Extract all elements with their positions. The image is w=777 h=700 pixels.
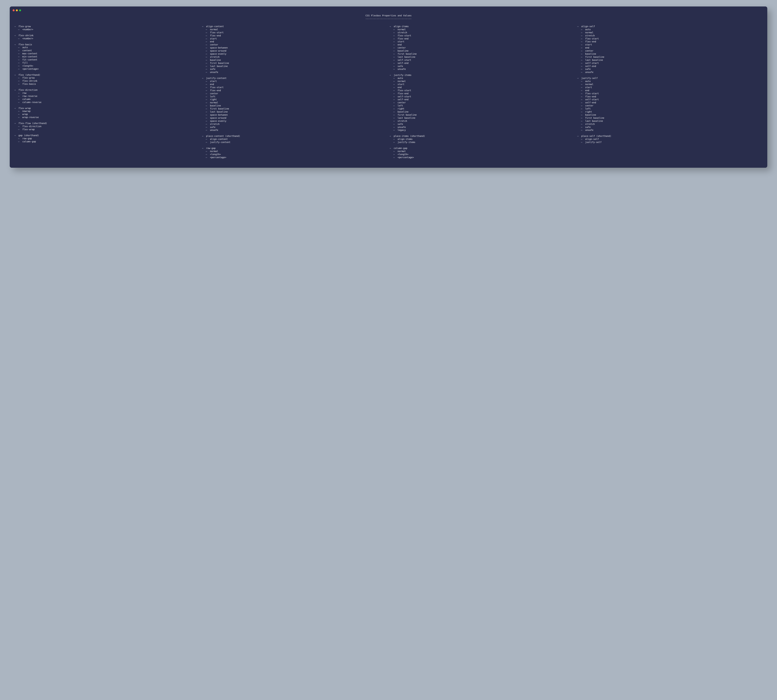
value-line: ↦baseline xyxy=(202,104,388,107)
value-name: unsafe xyxy=(585,128,593,132)
value-line: ↦center xyxy=(389,46,575,49)
value-name: <number> xyxy=(22,37,33,40)
maps-to-icon: ↦ xyxy=(581,49,585,52)
property-name: flex-shrink xyxy=(18,34,33,37)
maps-to-icon: ↦ xyxy=(206,110,210,113)
value-name: flex-grow xyxy=(22,76,35,79)
value-line: ↦unsafe xyxy=(202,128,388,132)
value-line: ↦<percentage> xyxy=(389,156,575,159)
value-line: ↦first baseline xyxy=(389,52,575,55)
maps-to-icon: ↦ xyxy=(18,113,22,116)
property-block: ⇥justify-self↦auto↦normal↦start↦end↦flex… xyxy=(577,77,763,132)
property-line: ⇥flex-basis xyxy=(14,43,200,46)
close-icon[interactable] xyxy=(13,9,15,11)
value-line: ↦<percentage> xyxy=(14,67,200,70)
property-line: ⇥gap (shorthand) xyxy=(14,134,200,137)
value-line: ↦stretch xyxy=(202,123,388,126)
value-name: stretch xyxy=(585,123,595,126)
value-line: ↦self-end xyxy=(389,98,575,101)
tab-arrow-icon: ⇥ xyxy=(14,88,18,92)
value-line: ↦normal xyxy=(202,101,388,104)
value-line: ↦safe xyxy=(577,68,763,71)
value-line: ↦<length> xyxy=(14,64,200,67)
value-line: ↦min-content xyxy=(14,55,200,58)
maps-to-icon: ↦ xyxy=(393,80,398,83)
maps-to-icon: ↦ xyxy=(206,95,210,98)
value-name: self-end xyxy=(398,98,408,101)
maps-to-icon: ↦ xyxy=(206,89,210,92)
maps-to-icon: ↦ xyxy=(206,43,210,46)
property-line: ⇥flex-direction xyxy=(14,88,200,92)
value-name: flex-start xyxy=(398,34,411,37)
value-name: normal xyxy=(585,83,593,86)
value-name: flex-direction xyxy=(22,125,42,128)
value-line: ↦end xyxy=(577,46,763,49)
maps-to-icon: ↦ xyxy=(581,43,585,46)
value-name: safe xyxy=(210,126,216,129)
property-line: ⇥align-items xyxy=(389,25,575,28)
maps-to-icon: ↦ xyxy=(393,98,398,101)
maps-to-icon: ↦ xyxy=(206,104,210,107)
maps-to-icon: ↦ xyxy=(206,80,210,83)
value-line: ↦normal xyxy=(202,150,388,153)
value-line: ↦unsafe xyxy=(202,71,388,74)
value-line: ↦fill xyxy=(14,61,200,64)
property-line: ⇥align-self xyxy=(577,25,763,28)
property-name: flex-flow (shorthand) xyxy=(18,122,47,125)
value-line: ↦start xyxy=(577,86,763,89)
maps-to-icon: ↦ xyxy=(393,120,398,123)
maps-to-icon: ↦ xyxy=(581,37,585,40)
value-name: self-start xyxy=(585,62,599,65)
value-line: ↦space-evenly xyxy=(202,52,388,55)
value-name: stretch xyxy=(585,34,595,37)
value-name: align-items xyxy=(398,138,413,141)
maps-to-icon: ↦ xyxy=(581,68,585,71)
value-name: justify-content xyxy=(210,141,231,144)
value-name: space-around xyxy=(210,49,226,52)
maps-to-icon: ↦ xyxy=(206,40,210,43)
value-line: ↦row xyxy=(14,92,200,95)
property-line: ⇥flex-shrink xyxy=(14,34,200,37)
maps-to-icon: ↦ xyxy=(206,138,210,141)
value-line: ↦flex-shrink xyxy=(14,79,200,82)
value-name: auto xyxy=(22,46,28,49)
value-line: ↦unsafe xyxy=(577,128,763,132)
maps-to-icon: ↦ xyxy=(393,138,398,141)
value-line: ↦<percentage> xyxy=(202,156,388,159)
value-line: ↦auto xyxy=(389,77,575,80)
value-line: ↦flex-end xyxy=(577,40,763,43)
maps-to-icon: ↦ xyxy=(393,86,398,89)
maps-to-icon: ↦ xyxy=(18,76,22,79)
maps-to-icon: ↦ xyxy=(393,153,398,156)
value-name: unsafe xyxy=(398,68,406,71)
property-name: row-gap xyxy=(206,147,216,150)
value-name: center xyxy=(210,43,218,46)
maps-to-icon: ↦ xyxy=(206,68,210,71)
value-name: flex-end xyxy=(398,37,408,40)
minimize-icon[interactable] xyxy=(16,9,18,11)
property-line: ⇥justify-content xyxy=(202,77,388,80)
tab-arrow-icon: ⇥ xyxy=(202,77,206,80)
value-name: last baseline xyxy=(210,65,228,68)
maps-to-icon: ↦ xyxy=(206,128,210,132)
maps-to-icon: ↦ xyxy=(18,128,22,131)
value-line: ↦auto xyxy=(14,46,200,49)
value-name: align-self xyxy=(585,138,599,141)
maps-to-icon: ↦ xyxy=(18,98,22,101)
value-line: ↦first baseline xyxy=(389,113,575,117)
maps-to-icon: ↦ xyxy=(393,65,398,68)
maps-to-icon: ↦ xyxy=(581,117,585,120)
value-line: ↦flex-end xyxy=(389,37,575,40)
value-line: ↦<number> xyxy=(14,28,200,31)
maps-to-icon: ↦ xyxy=(581,92,585,95)
maps-to-icon: ↦ xyxy=(393,31,398,34)
property-block: ⇥flex-direction↦row↦row-reverse↦column↦c… xyxy=(14,88,200,104)
value-name: right xyxy=(585,110,592,113)
value-name: first baseline xyxy=(585,55,604,58)
tab-arrow-icon: ⇥ xyxy=(389,25,394,28)
maps-to-icon: ↦ xyxy=(581,55,585,58)
value-name: flex-end xyxy=(398,92,408,95)
property-name: flex-grow xyxy=(18,25,31,28)
zoom-icon[interactable] xyxy=(19,9,21,11)
property-block: ⇥column-gap↦normal↦<length>↦<percentage> xyxy=(389,147,575,159)
